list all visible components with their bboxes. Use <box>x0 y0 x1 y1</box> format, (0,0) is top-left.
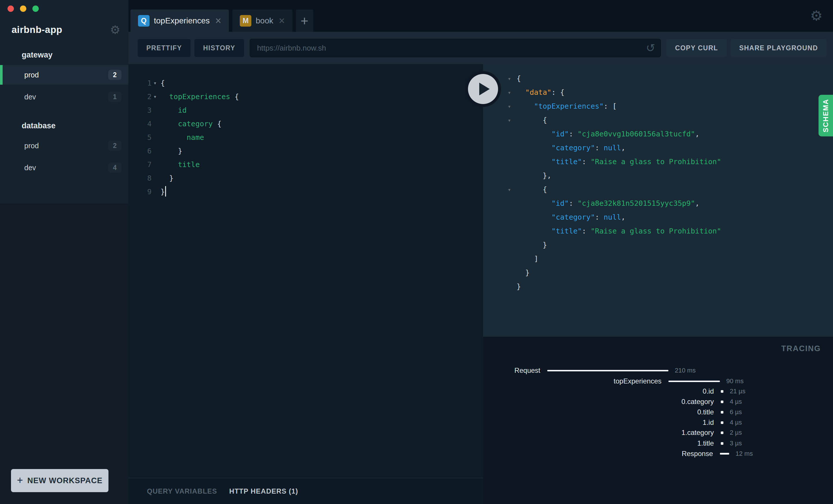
sidebar: airbnb-app ⚙ gatewayprod2dev1databasepro… <box>0 0 128 504</box>
sidebar-item-gateway-dev[interactable]: dev1 <box>0 87 128 107</box>
fold-arrow-icon[interactable]: ▾ <box>508 183 511 197</box>
query-badge: Q <box>138 15 149 27</box>
reload-schema-icon[interactable]: ↺ <box>646 42 655 54</box>
sidebar-section-gateway: gateway <box>22 50 128 60</box>
code-token <box>161 160 178 169</box>
response-line: "id": "cja8e32k81n5201515yyc35p9", <box>483 197 833 210</box>
code-token <box>161 133 187 142</box>
editor-line: 2▾ topExperiences { <box>128 90 483 103</box>
code-token: "Raise a glass to Prohibition" <box>591 227 721 235</box>
http-headers-tab[interactable]: HTTP HEADERS (1) <box>229 487 298 495</box>
trace-label: 0.id <box>703 386 714 397</box>
response-line: "category": null, <box>483 210 833 224</box>
code-token <box>161 106 178 115</box>
editor-code: } <box>161 171 173 185</box>
endpoint-url-input[interactable]: https://airbnb.now.sh ↺ <box>249 39 661 57</box>
code-token <box>517 130 551 138</box>
trace-row-1.category: 1.category2 µs <box>483 427 833 438</box>
response-code: }, <box>517 169 551 183</box>
fold-arrow-icon[interactable]: ▾ <box>153 90 157 103</box>
new-workspace-button[interactable]: + NEW WORKSPACE <box>11 469 109 492</box>
trace-label: 1.title <box>697 438 714 449</box>
copy-curl-button[interactable]: COPY CURL <box>666 39 727 57</box>
window-minimize-button[interactable] <box>20 5 26 12</box>
code-token: , <box>695 130 699 138</box>
editor-line: 5 name <box>128 131 483 144</box>
line-number: 6 <box>128 144 151 158</box>
code-token <box>517 144 551 152</box>
trace-value: 2 µs <box>730 427 742 438</box>
tracing-title[interactable]: TRACING <box>781 344 821 353</box>
fold-arrow-icon[interactable]: ▾ <box>508 113 511 127</box>
trace-value: 210 ms <box>675 365 696 376</box>
workspace-title: airbnb-app <box>11 24 63 35</box>
window-zoom-button[interactable] <box>32 5 39 12</box>
trace-row-topExperiences: topExperiences90 ms <box>483 376 833 386</box>
window-close-button[interactable] <box>7 5 14 12</box>
prettify-button[interactable]: PRETTIFY <box>138 39 191 57</box>
code-token: { <box>213 120 221 128</box>
execute-query-button[interactable] <box>465 71 501 107</box>
trace-row-Response: Response12 ms <box>483 449 833 459</box>
code-token: { <box>161 79 165 87</box>
sidebar-item-gateway-prod[interactable]: prod2 <box>0 65 128 85</box>
mutation-badge: M <box>240 15 251 27</box>
editor-code: name <box>161 131 204 144</box>
code-token: { <box>230 93 239 101</box>
close-icon[interactable]: × <box>215 16 221 26</box>
code-token: : [ <box>604 102 617 110</box>
line-number: 4 <box>128 117 151 131</box>
tab-topExperiences[interactable]: QtopExperiences× <box>130 9 229 32</box>
tab-label: topExperiences <box>154 16 210 25</box>
editor-code: id <box>161 103 187 117</box>
trace-row-0.title: 0.title6 µs <box>483 407 833 417</box>
code-token: } <box>517 241 547 249</box>
tab-book[interactable]: Mbook× <box>232 9 292 32</box>
editor-code: } <box>161 185 166 199</box>
fold-arrow-icon[interactable]: ▾ <box>508 99 511 113</box>
code-token: : <box>569 199 578 207</box>
code-token: "id" <box>551 199 569 207</box>
query-toolbar: PRETTIFY HISTORY https://airbnb.now.sh ↺… <box>128 32 833 64</box>
plus-icon: + <box>17 474 23 486</box>
code-token: "id" <box>551 130 569 138</box>
query-variables-tab[interactable]: QUERY VARIABLES <box>147 487 217 495</box>
response-line: "category": null, <box>483 141 833 155</box>
response-code: "category": null, <box>517 141 625 155</box>
new-workspace-label: NEW WORKSPACE <box>27 476 103 485</box>
fold-arrow-icon[interactable]: ▾ <box>508 85 511 99</box>
response-line: "id": "cja8e0vvg1b060156al3tucfd", <box>483 127 833 141</box>
close-icon[interactable]: × <box>279 16 285 26</box>
trace-marker-dot <box>721 390 723 393</box>
query-editor-pane[interactable]: 1▾{2▾ topExperiences {3 id4 category {5 … <box>128 64 483 478</box>
editor-line: 7 title <box>128 158 483 171</box>
trace-value: 12 ms <box>736 449 753 459</box>
workspace-settings-gear-icon[interactable]: ⚙ <box>110 23 120 36</box>
code-token: title <box>178 160 199 169</box>
schema-tab[interactable]: SCHEMA <box>818 95 833 136</box>
trace-value: 21 µs <box>730 386 745 397</box>
fold-arrow-icon[interactable]: ▾ <box>153 76 157 90</box>
new-tab-button[interactable]: + <box>296 9 313 32</box>
code-token: , <box>621 144 625 152</box>
code-token: "title" <box>551 227 582 235</box>
trace-label: 0.category <box>682 397 714 407</box>
sidebar-section-database: database <box>22 121 128 131</box>
trace-marker-dot <box>721 421 723 424</box>
history-button[interactable]: HISTORY <box>194 39 244 57</box>
editor-line: 8 } <box>128 171 483 185</box>
line-number: 9 <box>128 185 151 199</box>
sidebar-item-database-dev[interactable]: dev4 <box>0 158 128 177</box>
code-token: id <box>178 106 187 115</box>
play-icon <box>479 83 490 95</box>
code-token: : <box>582 157 591 166</box>
share-playground-button[interactable]: SHARE PLAYGROUND <box>731 39 827 57</box>
settings-gear-icon[interactable]: ⚙ <box>810 7 823 24</box>
tab-label: book <box>256 16 273 25</box>
sidebar-workspace-panel: airbnb-app ⚙ gatewayprod2dev1databasepro… <box>0 0 128 204</box>
fold-arrow-icon[interactable]: ▾ <box>508 72 511 85</box>
code-token: "data" <box>525 88 551 97</box>
trace-marker-bar <box>547 370 668 371</box>
code-token: } <box>517 269 530 277</box>
sidebar-item-database-prod[interactable]: prod2 <box>0 136 128 155</box>
